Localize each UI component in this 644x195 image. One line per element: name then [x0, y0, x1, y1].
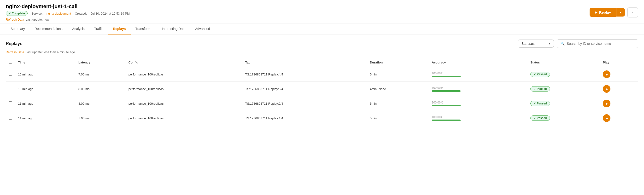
row-config: performance_100replicas [126, 67, 242, 82]
row-time: 10 min ago [15, 82, 76, 96]
row-checkbox-cell [6, 111, 15, 126]
row-config: performance_100replicas [126, 111, 242, 126]
tab-replays[interactable]: Replays [108, 23, 131, 34]
row-tag: TS:1736803711 Replay:1/4 [242, 111, 367, 126]
accuracy-bar-bg [432, 90, 460, 92]
check-icon: ✓ [534, 73, 536, 76]
row-tag: TS:1736803711 Replay:2/4 [242, 96, 367, 111]
row-status: ✓ Passed [528, 111, 600, 126]
play-icon: ▶ [595, 10, 597, 14]
header-duration: Duration [367, 58, 429, 67]
status-badge: ✓ Passed [530, 101, 550, 106]
tab-advanced[interactable]: Advanced [190, 23, 215, 34]
last-update: Last update: now [26, 18, 50, 21]
replay-dropdown-button[interactable]: ▾ [616, 8, 625, 16]
row-duration: 5min [367, 96, 429, 111]
sub-last-update: Last update: less than a minute ago [26, 50, 75, 54]
accuracy-bar [432, 76, 460, 77]
tab-analysis[interactable]: Analysis [67, 23, 90, 34]
table-row: 11 min ago 7.00 ms performance_100replic… [6, 111, 638, 126]
refresh-row: Refresh Data Last update: now [6, 18, 130, 21]
accuracy-pct: 100.00% [432, 72, 524, 75]
row-time: 11 min ago [15, 111, 76, 126]
search-icon: 🔍 [560, 41, 565, 46]
row-tag: TS:1736803711 Replay:3/4 [242, 82, 367, 96]
row-status: ✓ Passed [528, 96, 600, 111]
header-play: Play [600, 58, 638, 67]
search-input[interactable] [567, 42, 635, 45]
row-status: ✓ Passed [528, 67, 600, 82]
play-triangle-icon: ▶ [606, 116, 608, 120]
header-accuracy: Accuracy [429, 58, 528, 67]
tab-interesting-data[interactable]: Interesting Data [157, 23, 190, 34]
row-latency: 7.00 ms [76, 111, 126, 126]
check-icon: ✓ [534, 87, 536, 91]
row-checkbox-1[interactable] [9, 87, 12, 90]
more-options-button[interactable]: ⋮ [627, 7, 638, 17]
row-duration: 4min 59sec [367, 82, 429, 96]
check-icon: ✓ [534, 102, 536, 105]
row-time: 11 min ago [15, 96, 76, 111]
play-button-2[interactable]: ▶ [603, 100, 610, 107]
select-all-checkbox[interactable] [9, 60, 12, 64]
refresh-link[interactable]: Refresh Data [6, 18, 24, 21]
row-checkbox-2[interactable] [9, 101, 12, 105]
top-bar: nginx-deployment-just-1-call ✓ Complete … [0, 0, 644, 23]
title-area: nginx-deployment-just-1-call ✓ Complete … [6, 3, 130, 21]
status-badge: ✓ Complete [6, 11, 28, 16]
table-row: 11 min ago 8.00 ms performance_100replic… [6, 96, 638, 111]
row-checkbox-0[interactable] [9, 72, 12, 76]
created-value: Jul 10, 2024 at 12:53:19 PM [91, 12, 130, 15]
row-accuracy: 100.00% [429, 111, 528, 126]
tab-transforms[interactable]: Transforms [131, 23, 157, 34]
search-box: 🔍 [557, 39, 638, 48]
row-checkbox-cell [6, 82, 15, 96]
play-button-3[interactable]: ▶ [603, 114, 610, 122]
accuracy-bar [432, 90, 460, 92]
tab-summary[interactable]: Summary [6, 23, 30, 34]
table-row: 10 min ago 7.00 ms performance_100replic… [6, 67, 638, 82]
status-badge: ✓ Passed [530, 115, 550, 121]
table-header-row: Time ↓ Latency Config Tag Duration Accur… [6, 58, 638, 67]
header-time[interactable]: Time ↓ [15, 58, 76, 67]
row-config: performance_100replicas [126, 82, 242, 96]
tab-traffic[interactable]: Traffic [90, 23, 108, 34]
row-accuracy: 100.00% [429, 67, 528, 82]
play-triangle-icon: ▶ [606, 73, 608, 76]
header-config: Config [126, 58, 242, 67]
section-header: Replays Statuses ▾ 🔍 [6, 39, 638, 48]
row-duration: 5min [367, 67, 429, 82]
sub-refresh-link[interactable]: Refresh Data [6, 50, 24, 54]
row-latency: 8.00 ms [76, 96, 126, 111]
tab-recommendations[interactable]: Recommendations [30, 23, 67, 34]
play-triangle-icon: ▶ [606, 102, 608, 105]
play-triangle-icon: ▶ [606, 87, 608, 91]
header-status: Status [528, 58, 600, 67]
row-status: ✓ Passed [528, 82, 600, 96]
page-title: nginx-deployment-just-1-call [6, 3, 130, 9]
row-checkbox-3[interactable] [9, 116, 12, 120]
statuses-dropdown[interactable]: Statuses ▾ [518, 39, 554, 48]
header-tag: Tag [242, 58, 367, 67]
row-checkbox-cell [6, 67, 15, 82]
accuracy-bar [432, 120, 460, 121]
sort-arrow-icon: ↓ [26, 61, 28, 64]
play-button-1[interactable]: ▶ [603, 85, 610, 93]
table-row: 10 min ago 8.00 ms performance_100replic… [6, 82, 638, 96]
status-badge: ✓ Passed [530, 86, 550, 92]
row-time: 10 min ago [15, 67, 76, 82]
header-latency: Latency [76, 58, 126, 67]
statuses-label: Statuses [522, 42, 534, 45]
tabs-bar: Summary Recommendations Analysis Traffic… [0, 23, 644, 34]
accuracy-pct: 100.00% [432, 101, 524, 104]
row-play: ▶ [600, 67, 638, 82]
replays-table: Time ↓ Latency Config Tag Duration Accur… [6, 58, 638, 125]
chevron-down-icon: ▾ [620, 10, 622, 14]
play-button-0[interactable]: ▶ [603, 70, 610, 78]
check-icon: ✓ [8, 12, 11, 15]
accuracy-bar [432, 105, 460, 106]
row-config: performance_100replicas [126, 96, 242, 111]
replay-main-button[interactable]: ▶ Replay [590, 8, 616, 17]
row-play: ▶ [600, 111, 638, 126]
row-accuracy: 100.00% [429, 96, 528, 111]
